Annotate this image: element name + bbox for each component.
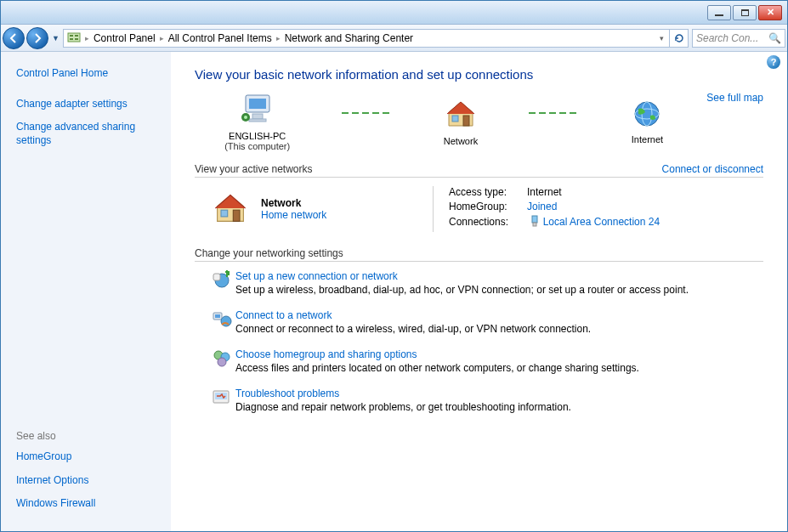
homegroup-link[interactable]: Joined: [527, 201, 557, 212]
section-change-settings: Change your networking settings: [195, 247, 763, 262]
troubleshoot-icon: [212, 388, 235, 413]
breadcrumb-item[interactable]: All Control Panel Items: [167, 32, 274, 44]
seealso-internet-options[interactable]: Internet Options: [16, 474, 161, 488]
task-troubleshoot[interactable]: Troubleshoot problems Diagnose and repai…: [212, 388, 763, 413]
svg-point-27: [218, 358, 226, 366]
maximize-button[interactable]: [733, 5, 757, 20]
history-dropdown[interactable]: ▼: [52, 34, 60, 42]
svg-rect-6: [249, 99, 266, 109]
svg-rect-17: [233, 210, 240, 221]
arrow-right-icon: [31, 32, 43, 44]
page-title: View your basic network information and …: [195, 67, 763, 82]
search-placeholder: Search Con...: [696, 32, 758, 44]
svg-rect-11: [452, 116, 458, 122]
globe-icon: [632, 99, 662, 131]
arrow-left-icon: [8, 32, 20, 44]
setup-connection-icon: [212, 270, 235, 296]
map-node-this-pc[interactable]: ENGLISH-PC (This computer): [224, 92, 290, 151]
map-node-internet[interactable]: Internet: [632, 99, 663, 144]
sidebar: Control Panel Home Change adapter settin…: [1, 52, 171, 531]
back-button[interactable]: [3, 27, 25, 49]
svg-rect-2: [75, 35, 78, 37]
house-icon: [444, 97, 478, 133]
sidebar-home-link[interactable]: Control Panel Home: [16, 67, 161, 81]
breadcrumb-sep[interactable]: ▸: [274, 34, 283, 42]
connect-disconnect-link[interactable]: Connect or disconnect: [662, 163, 763, 175]
breadcrumb-sep[interactable]: ▸: [157, 34, 167, 42]
active-network-details: Access type:Internet HomeGroup:Joined Co…: [433, 186, 660, 232]
breadcrumb-dropdown[interactable]: ▾: [655, 34, 669, 42]
map-connection: [342, 112, 393, 114]
breadcrumb[interactable]: ▸ Control Panel ▸ All Control Panel Item…: [63, 29, 689, 48]
breadcrumb-item[interactable]: Control Panel: [92, 32, 157, 44]
control-panel-icon: [67, 31, 81, 45]
svg-rect-4: [75, 38, 78, 40]
svg-rect-1: [70, 35, 73, 37]
map-node-network[interactable]: Network: [444, 97, 478, 146]
house-icon: [212, 190, 249, 229]
network-name: Network: [261, 197, 326, 209]
network-type-link[interactable]: Home network: [261, 209, 326, 221]
computer-icon: [239, 92, 276, 127]
svg-rect-3: [70, 38, 73, 40]
seealso-title: See also: [16, 430, 161, 442]
active-network-item[interactable]: Network Home network: [195, 186, 433, 232]
search-icon: 🔍: [768, 32, 781, 44]
see-full-map-link[interactable]: See full map: [706, 92, 763, 104]
sidebar-link-advanced-sharing[interactable]: Change advanced sharing settings: [16, 121, 161, 147]
svg-rect-19: [533, 223, 536, 226]
network-map: ENGLISH-PC (This computer) Network: [195, 92, 693, 151]
svg-rect-18: [532, 216, 537, 223]
forward-button[interactable]: [26, 27, 48, 49]
homegroup-icon: [212, 348, 235, 374]
help-button[interactable]: ?: [767, 55, 780, 69]
svg-rect-23: [215, 314, 220, 318]
map-connection: [529, 112, 580, 114]
svg-rect-7: [252, 114, 263, 119]
task-homegroup-sharing[interactable]: Choose homegroup and sharing options Acc…: [212, 348, 763, 374]
svg-rect-0: [68, 33, 80, 42]
search-input[interactable]: Search Con... 🔍: [692, 29, 785, 48]
svg-point-10: [244, 116, 247, 119]
connection-link[interactable]: Local Area Connection 24: [543, 216, 660, 228]
window: ✕ ▼ ▸ Control Panel ▸ All Control Panel …: [0, 0, 788, 532]
section-active-networks: View your active networks Connect or dis…: [195, 163, 763, 178]
svg-rect-12: [463, 116, 469, 126]
main-content: View your basic network information and …: [171, 52, 787, 531]
navbar: ▼ ▸ Control Panel ▸ All Control Panel It…: [1, 25, 787, 52]
titlebar: ✕: [1, 1, 787, 25]
seealso-windows-firewall[interactable]: Windows Firewall: [16, 497, 161, 511]
refresh-icon: [673, 32, 685, 44]
refresh-button[interactable]: [669, 30, 688, 47]
task-setup-connection[interactable]: Set up a new connection or network Set u…: [212, 270, 763, 296]
minimize-button[interactable]: [707, 5, 731, 20]
task-connect-network[interactable]: Connect to a network Connect or reconnec…: [212, 309, 763, 335]
svg-rect-16: [221, 210, 228, 217]
sidebar-link-adapter-settings[interactable]: Change adapter settings: [16, 98, 161, 111]
close-button[interactable]: ✕: [758, 5, 782, 20]
breadcrumb-item[interactable]: Network and Sharing Center: [283, 32, 415, 44]
nic-icon: [530, 215, 540, 229]
svg-rect-21: [213, 274, 220, 280]
connect-network-icon: [212, 309, 235, 335]
svg-rect-8: [249, 119, 266, 122]
breadcrumb-sep[interactable]: ▸: [82, 34, 92, 42]
seealso-homegroup[interactable]: HomeGroup: [16, 450, 161, 464]
